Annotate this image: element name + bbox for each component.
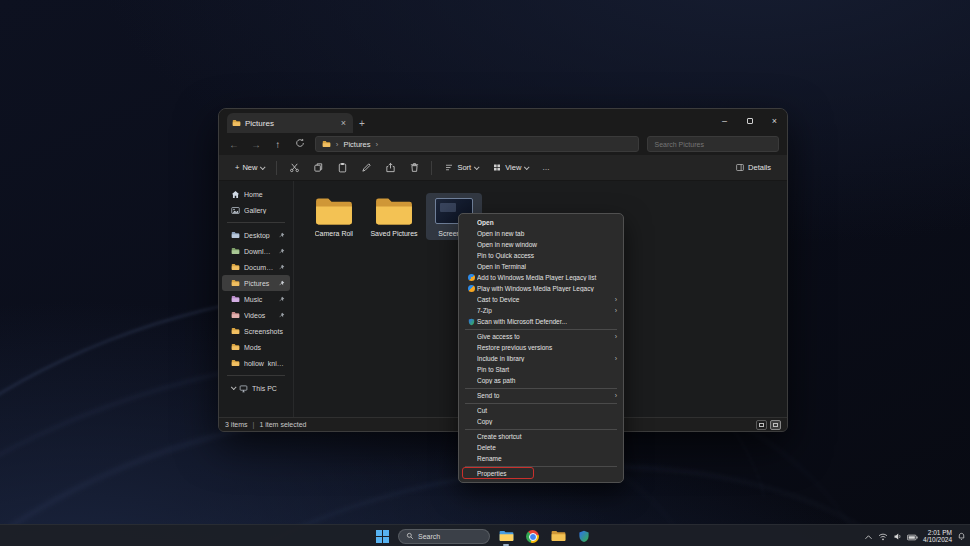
- tray-volume[interactable]: [893, 527, 902, 545]
- copy-icon: [313, 162, 324, 173]
- sidebar-item-documents[interactable]: Documents: [222, 259, 290, 275]
- maximize-button[interactable]: [737, 109, 762, 133]
- minimize-button[interactable]: –: [712, 109, 737, 133]
- tab-title: Pictures: [245, 119, 335, 128]
- menu-item-send-to[interactable]: Send to›: [459, 390, 623, 401]
- sidebar-item-videos[interactable]: Videos: [222, 307, 290, 323]
- chevron-down-icon: [260, 164, 266, 170]
- new-button[interactable]: + New: [229, 158, 270, 177]
- notification-bell-button[interactable]: [957, 527, 966, 545]
- file-explorer-icon: [499, 530, 514, 542]
- taskbar-clock[interactable]: 2:01 PM 4/10/2024: [923, 529, 952, 544]
- address-bar[interactable]: › Pictures ›: [315, 136, 640, 152]
- sidebar-label: hollow_knight_[: [244, 360, 285, 367]
- rename-button[interactable]: [355, 158, 377, 177]
- navigation-bar: ← → ↑ › Pictures ›: [219, 133, 787, 155]
- large-icons-view-toggle[interactable]: [756, 420, 767, 430]
- pin-icon: [278, 280, 285, 287]
- details-view-toggle[interactable]: [770, 420, 781, 430]
- sidebar-item-pictures[interactable]: Pictures: [222, 275, 290, 291]
- menu-item-label: Restore previous versions: [477, 344, 617, 351]
- menu-item-rename[interactable]: Rename: [459, 453, 623, 464]
- menu-item-label: Create shortcut: [477, 433, 617, 440]
- taskbar-search-label: Search: [418, 533, 440, 540]
- menu-item-delete[interactable]: Delete: [459, 442, 623, 453]
- menu-item-include-library[interactable]: Include in library›: [459, 353, 623, 364]
- taskbar-file-explorer[interactable]: [496, 526, 516, 546]
- folder-location-icon: [322, 140, 331, 148]
- menu-item-create-shortcut[interactable]: Create shortcut: [459, 431, 623, 442]
- maximize-icon: [747, 118, 753, 124]
- details-button[interactable]: Details: [729, 158, 777, 177]
- start-button[interactable]: [372, 526, 392, 546]
- more-options-button[interactable]: …: [536, 158, 556, 177]
- menu-item-give-access[interactable]: Give access to›: [459, 331, 623, 342]
- taskbar-search[interactable]: Search: [398, 529, 490, 544]
- forward-button[interactable]: →: [249, 139, 263, 150]
- chrome-icon: [526, 530, 539, 543]
- tray-battery[interactable]: [907, 527, 918, 545]
- expand-chevron-icon[interactable]: [231, 384, 237, 390]
- taskbar-defender[interactable]: [574, 526, 594, 546]
- menu-item-cut[interactable]: Cut: [459, 405, 623, 416]
- menu-item-copy[interactable]: Copy: [459, 416, 623, 427]
- menu-item-cast-to-device[interactable]: Cast to Device›: [459, 294, 623, 305]
- details-label: Details: [748, 163, 771, 172]
- up-button[interactable]: ↑: [271, 139, 285, 150]
- back-button[interactable]: ←: [227, 139, 241, 150]
- copy-button[interactable]: [307, 158, 329, 177]
- sort-button[interactable]: Sort: [438, 158, 484, 177]
- sidebar-item-hollow-knight[interactable]: hollow_knight_[: [222, 355, 290, 371]
- menu-item-label: Open in Terminal: [477, 263, 617, 270]
- share-button[interactable]: [379, 158, 401, 177]
- file-saved-pictures[interactable]: Saved Pictures: [366, 193, 422, 240]
- tray-expand-button[interactable]: [864, 527, 873, 545]
- sidebar-item-gallery[interactable]: Gallery: [222, 202, 290, 218]
- search-box[interactable]: [647, 136, 779, 152]
- file-camera-roll[interactable]: Camera Roll: [306, 193, 362, 240]
- menu-item-open-new-window[interactable]: Open in new window: [459, 239, 623, 250]
- menu-item-label: Cast to Device: [477, 296, 615, 303]
- menu-item-properties[interactable]: Properties: [459, 468, 623, 479]
- sidebar-item-mods[interactable]: Mods: [222, 339, 290, 355]
- sidebar-item-music[interactable]: Music: [222, 291, 290, 307]
- tray-wifi[interactable]: [878, 527, 888, 545]
- menu-item-pin-quick-access[interactable]: Pin to Quick access: [459, 250, 623, 261]
- refresh-button[interactable]: [293, 138, 307, 150]
- menu-item-pin-to-start[interactable]: Pin to Start: [459, 364, 623, 375]
- menu-item-open[interactable]: Open: [459, 217, 623, 228]
- close-button[interactable]: ×: [762, 109, 787, 133]
- sort-icon: [444, 163, 454, 172]
- sidebar-item-this-pc[interactable]: This PC: [222, 380, 290, 396]
- tab-pictures[interactable]: Pictures ×: [227, 113, 353, 133]
- taskbar-chrome[interactable]: [522, 526, 542, 546]
- sidebar-item-downloads[interactable]: Downloads: [222, 243, 290, 259]
- sidebar-item-home[interactable]: Home: [222, 186, 290, 202]
- security-shield-icon: [578, 530, 590, 543]
- new-tab-button[interactable]: +: [359, 118, 365, 129]
- menu-item-7zip[interactable]: 7-Zip›: [459, 305, 623, 316]
- menu-item-play-wmp[interactable]: Play with Windows Media Player Legacy: [459, 283, 623, 294]
- tab-close-icon[interactable]: ×: [339, 119, 348, 128]
- menu-item-open-new-tab[interactable]: Open in new tab: [459, 228, 623, 239]
- sidebar-separator: [227, 222, 285, 223]
- sidebar-item-desktop[interactable]: Desktop: [222, 227, 290, 243]
- folder-icon: [232, 119, 241, 127]
- search-input[interactable]: [654, 141, 772, 148]
- folder-icon: [231, 359, 240, 367]
- breadcrumb[interactable]: Pictures: [343, 140, 370, 149]
- pc-icon: [239, 384, 248, 393]
- status-selection: 1 item selected: [259, 421, 306, 428]
- taskbar-folder[interactable]: [548, 526, 568, 546]
- menu-item-restore-versions[interactable]: Restore previous versions: [459, 342, 623, 353]
- menu-item-copy-as-path[interactable]: Copy as path: [459, 375, 623, 386]
- cut-button[interactable]: [283, 158, 305, 177]
- view-button[interactable]: View: [486, 158, 534, 177]
- menu-item-open-terminal[interactable]: Open in Terminal: [459, 261, 623, 272]
- menu-item-scan-defender[interactable]: Scan with Microsoft Defender...: [459, 316, 623, 327]
- delete-button[interactable]: [403, 158, 425, 177]
- paste-button[interactable]: [331, 158, 353, 177]
- sidebar-item-screenshots[interactable]: Screenshots: [222, 323, 290, 339]
- titlebar[interactable]: Pictures × + – ×: [219, 109, 787, 133]
- menu-item-add-wmp-list[interactable]: Add to Windows Media Player Legacy list: [459, 272, 623, 283]
